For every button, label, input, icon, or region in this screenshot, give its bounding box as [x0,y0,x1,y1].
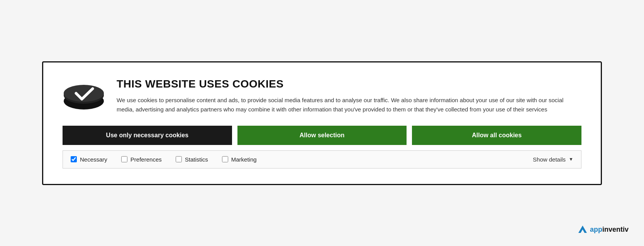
checkbox-preferences-input[interactable] [121,156,127,162]
checkbox-preferences[interactable]: Preferences [121,156,162,163]
checkbox-statistics-input[interactable] [176,156,182,162]
checkbox-preferences-label: Preferences [130,156,162,163]
header-section: THIS WEBSITE USES COOKIES We use cookies… [63,78,581,114]
show-details-button[interactable]: Show details ▼ [533,156,573,163]
checkboxes-row: Necessary Preferences Statistics Marketi… [63,150,581,168]
checkbox-statistics[interactable]: Statistics [176,156,208,163]
checkbox-statistics-label: Statistics [185,156,208,163]
buttons-row: Use only necessary cookies Allow selecti… [63,126,581,145]
cookie-icon [63,78,105,113]
use-necessary-button[interactable]: Use only necessary cookies [63,126,232,145]
dialog-title: THIS WEBSITE USES COOKIES [117,78,581,90]
show-details-label: Show details [533,156,566,163]
chevron-down-icon: ▼ [569,157,573,162]
checkbox-necessary[interactable]: Necessary [71,156,107,163]
checkbox-marketing[interactable]: Marketing [222,156,257,163]
appinventiv-logo-icon [578,224,588,234]
checkbox-marketing-label: Marketing [231,156,257,163]
svg-marker-3 [578,226,587,233]
checkbox-necessary-label: Necessary [80,156,107,163]
brand-name-text: appinventiv [590,226,629,234]
checkbox-items: Necessary Preferences Statistics Marketi… [71,156,533,163]
dialog-description: We use cookies to personalise content an… [117,96,581,114]
allow-all-button[interactable]: Allow all cookies [412,126,581,145]
checkbox-marketing-input[interactable] [222,156,228,162]
page-wrapper: THIS WEBSITE USES COOKIES We use cookies… [0,0,644,246]
svg-point-2 [64,85,104,102]
allow-selection-button[interactable]: Allow selection [237,126,407,145]
checkbox-necessary-input[interactable] [71,156,77,162]
branding: appinventiv [578,224,629,234]
brand-logo: appinventiv [578,224,629,234]
cookie-consent-dialog: THIS WEBSITE USES COOKIES We use cookies… [42,61,602,185]
header-text: THIS WEBSITE USES COOKIES We use cookies… [117,78,581,114]
